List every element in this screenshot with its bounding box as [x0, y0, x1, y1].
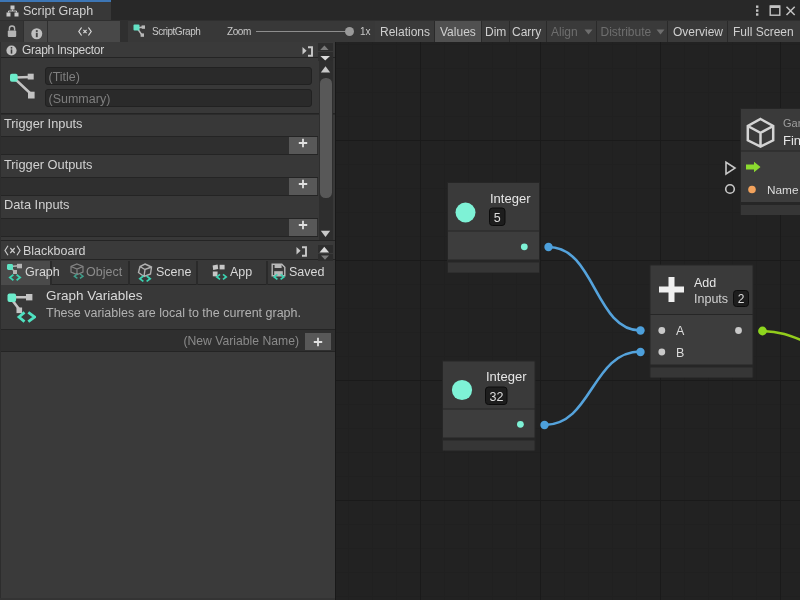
svg-text:Name: Name: [767, 183, 799, 197]
svg-text:32: 32: [490, 390, 504, 404]
svg-text:B: B: [676, 346, 684, 360]
svg-text:A: A: [676, 324, 685, 338]
svg-text:Integer: Integer: [486, 369, 527, 384]
svg-text:2: 2: [738, 292, 745, 306]
svg-text:Find: Find: [783, 133, 800, 148]
svg-text:GameObject: GameObject: [783, 117, 800, 129]
svg-text:5: 5: [494, 211, 501, 225]
svg-text:Add: Add: [694, 276, 716, 290]
svg-text:Inputs: Inputs: [694, 292, 728, 306]
svg-text:Integer: Integer: [490, 191, 531, 206]
